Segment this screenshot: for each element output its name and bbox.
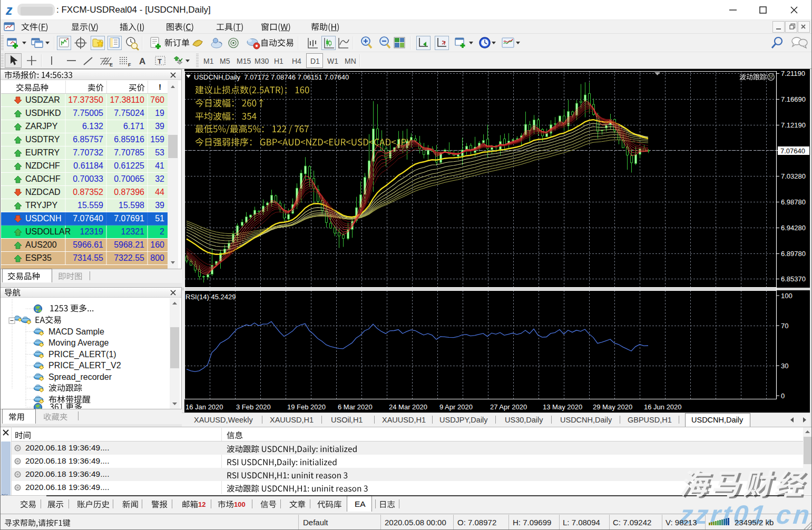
- svg-text:29 May 2020: 29 May 2020: [593, 403, 632, 411]
- svg-text:RSI(14) 45.2429: RSI(14) 45.2429: [185, 293, 236, 301]
- svg-text:13 May 2020: 13 May 2020: [543, 403, 582, 411]
- svg-text:19 Feb 2020: 19 Feb 2020: [287, 403, 326, 411]
- svg-text:24 Mar 2020: 24 Mar 2020: [389, 403, 427, 411]
- svg-text:F: F: [128, 62, 131, 67]
- svg-text:30: 30: [781, 362, 788, 370]
- svg-text:T: T: [158, 57, 162, 65]
- svg-text:16 Jun 2020: 16 Jun 2020: [644, 403, 682, 411]
- svg-text:27 Apr 2020: 27 Apr 2020: [490, 403, 527, 411]
- svg-text:6.94280: 6.94280: [781, 224, 806, 232]
- svg-text:USDCNH,Daily 7.07172 7.08746: USDCNH,Daily 7.07172 7.08746 7.06151 7.0…: [194, 73, 349, 81]
- svg-text:7.21190: 7.21190: [781, 70, 805, 77]
- svg-text:70: 70: [781, 322, 788, 330]
- svg-text:100: 100: [781, 292, 793, 300]
- svg-text:16 Jan 2020: 16 Jan 2020: [185, 403, 223, 411]
- svg-text:6.89780: 6.89780: [781, 250, 806, 258]
- svg-text:7.03280: 7.03280: [781, 172, 806, 180]
- svg-text:3 Feb 2020: 3 Feb 2020: [236, 403, 271, 411]
- svg-text:7.16690: 7.16690: [781, 95, 806, 103]
- svg-text:0: 0: [781, 392, 785, 400]
- svg-text:9 Apr 2020: 9 Apr 2020: [439, 403, 473, 411]
- svg-text:7.07640: 7.07640: [780, 147, 805, 155]
- svg-text:7.12190: 7.12190: [781, 121, 806, 129]
- svg-text:6 Mar 2020: 6 Mar 2020: [338, 403, 373, 411]
- svg-text:6.85370: 6.85370: [781, 275, 806, 283]
- svg-text:A: A: [139, 56, 145, 66]
- svg-text:E: E: [110, 62, 113, 67]
- svg-text:6.98780: 6.98780: [781, 198, 806, 206]
